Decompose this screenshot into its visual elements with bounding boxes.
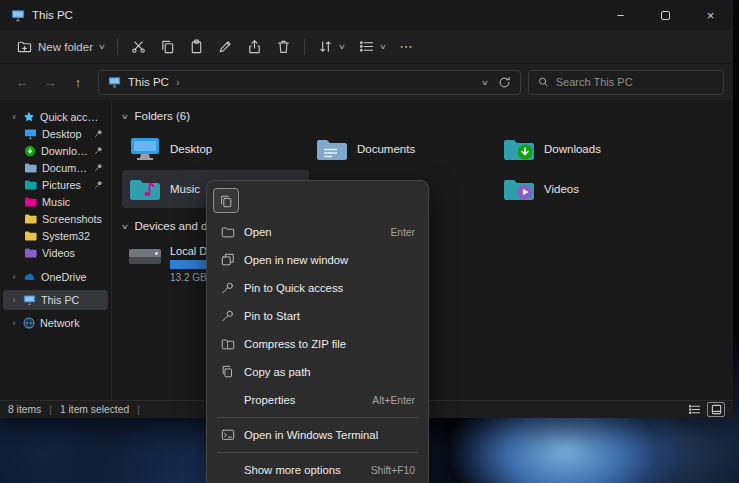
sort-icon [318, 39, 333, 54]
menu-item-open-in-new-window[interactable]: Open in new window [211, 246, 424, 274]
search-input[interactable] [556, 76, 714, 88]
menu-item-open-in-windows-terminal[interactable]: Open in Windows Terminal [211, 421, 424, 449]
sidebar-item-videos[interactable]: Videos [3, 244, 108, 261]
pin-icon [220, 309, 235, 323]
sidebar-item-onedrive[interactable]: › OneDrive [3, 268, 108, 285]
downloads-folder-icon [502, 134, 536, 164]
share-button[interactable] [240, 34, 269, 59]
quick-access-icon [23, 111, 35, 123]
sidebar-item-quick-access[interactable]: ∨ Quick access [3, 108, 108, 125]
paste-button[interactable] [182, 34, 211, 59]
command-bar: New folder ∨ ∨ ∨ ⋯ [0, 30, 733, 64]
sidebar-item-downloads[interactable]: Downloads [3, 142, 108, 159]
view-options-icon [359, 39, 374, 54]
forward-icon: → [44, 75, 57, 90]
videos-icon [24, 247, 37, 258]
toolbar-separator [304, 39, 305, 55]
copy-button[interactable] [153, 34, 182, 59]
menu-item-open[interactable]: Open Enter [211, 218, 424, 246]
see-more-button[interactable]: ⋯ [392, 34, 420, 59]
pin-icon [94, 146, 103, 155]
new-window-icon [220, 253, 235, 267]
item-count: 8 items [8, 404, 41, 415]
delete-button[interactable] [269, 34, 298, 59]
sort-button[interactable]: ∨ [311, 34, 352, 59]
sidebar-item-this-pc[interactable]: › This PC [3, 290, 108, 310]
chevron-down-icon: ∨ [121, 112, 129, 121]
downloads-icon [24, 145, 36, 157]
trash-icon [276, 39, 291, 54]
maximize-button[interactable] [643, 0, 688, 30]
chevron-down-icon: ∨ [338, 42, 346, 51]
sidebar-item-label: Network [40, 317, 80, 329]
more-icon: ⋯ [399, 39, 413, 54]
zip-icon [220, 337, 235, 351]
menu-item-label: Open in new window [244, 254, 348, 266]
folder-tile-desktop[interactable]: Desktop [122, 130, 309, 168]
sidebar-item-desktop[interactable]: Desktop [3, 125, 108, 142]
menu-item-label: Pin to Quick access [244, 282, 343, 294]
large-icons-view-button[interactable] [707, 402, 725, 417]
menu-item-label: Copy as path [244, 366, 311, 378]
address-bar-actions: ∨ [482, 76, 512, 89]
sidebar-item-screenshots[interactable]: Screenshots [3, 210, 108, 227]
menu-item-compress-to-zip[interactable]: Compress to ZIP file [211, 330, 424, 358]
folder-icon [24, 230, 37, 241]
menu-item-label: Open in Windows Terminal [244, 429, 378, 441]
folders-section-header[interactable]: ∨ Folders (6) [122, 108, 733, 124]
close-button[interactable]: × [688, 0, 733, 30]
sidebar-item-label: Desktop [42, 128, 82, 140]
menu-item-shortcut: Alt+Enter [372, 395, 415, 406]
menu-item-pin-to-quick-access[interactable]: Pin to Quick access [211, 274, 424, 302]
minimize-button[interactable]: − [598, 0, 643, 30]
rename-button[interactable] [211, 34, 240, 59]
videos-folder-icon [502, 174, 536, 204]
maximize-icon [661, 11, 670, 20]
folder-tile-documents[interactable]: Documents [309, 130, 496, 168]
hard-drive-icon [128, 244, 162, 270]
menu-separator [217, 417, 418, 418]
new-folder-button[interactable]: New folder ∨ [10, 34, 111, 59]
menu-item-properties[interactable]: Properties Alt+Enter [211, 386, 424, 414]
sidebar-item-music[interactable]: Music [3, 193, 108, 210]
sidebar-item-system32[interactable]: System32 [3, 227, 108, 244]
address-dropdown-icon[interactable]: ∨ [480, 78, 488, 87]
menu-item-show-more-options[interactable]: Show more options Shift+F10 [211, 456, 424, 483]
breadcrumb-chevron-icon[interactable]: › [176, 76, 180, 88]
address-bar[interactable]: This PC › ∨ [98, 70, 521, 95]
documents-icon [24, 162, 37, 173]
window-title: This PC [32, 9, 73, 21]
folder-tile-videos[interactable]: Videos [496, 170, 683, 208]
forward-button[interactable]: → [37, 69, 63, 95]
sidebar-item-label: Quick access [40, 111, 103, 123]
view-button[interactable]: ∨ [352, 34, 393, 59]
sidebar-item-label: Documents [42, 162, 89, 174]
pin-icon [94, 163, 103, 172]
breadcrumb[interactable]: This PC [128, 76, 169, 88]
chevron-down-icon[interactable]: ∨ [10, 113, 18, 121]
large-icons-view-icon [711, 404, 722, 415]
back-button[interactable]: ← [9, 69, 35, 95]
cut-button[interactable] [124, 34, 153, 59]
refresh-icon[interactable] [498, 76, 511, 89]
this-pc-icon [11, 9, 25, 22]
sidebar-item-pictures[interactable]: Pictures [3, 176, 108, 193]
sidebar-item-label: Downloads [41, 145, 89, 157]
menu-item-copy-as-path[interactable]: Copy as path [211, 358, 424, 386]
sidebar-item-label: This PC [41, 294, 79, 306]
music-folder-icon [128, 174, 162, 204]
chevron-right-icon[interactable]: › [10, 295, 18, 305]
sidebar-item-network[interactable]: › Network [3, 314, 108, 331]
details-view-button[interactable] [685, 402, 703, 417]
sidebar-item-documents[interactable]: Documents [3, 159, 108, 176]
copy-button[interactable] [213, 188, 239, 213]
up-button[interactable]: ↑ [65, 69, 91, 95]
minimize-icon: − [617, 8, 625, 23]
folder-tile-downloads[interactable]: Downloads [496, 130, 683, 168]
search-box[interactable] [528, 70, 724, 95]
folder-icon [24, 213, 37, 224]
scissors-icon [131, 39, 146, 54]
menu-item-pin-to-start[interactable]: Pin to Start [211, 302, 424, 330]
chevron-right-icon[interactable]: › [10, 272, 18, 282]
chevron-right-icon[interactable]: › [10, 318, 18, 328]
